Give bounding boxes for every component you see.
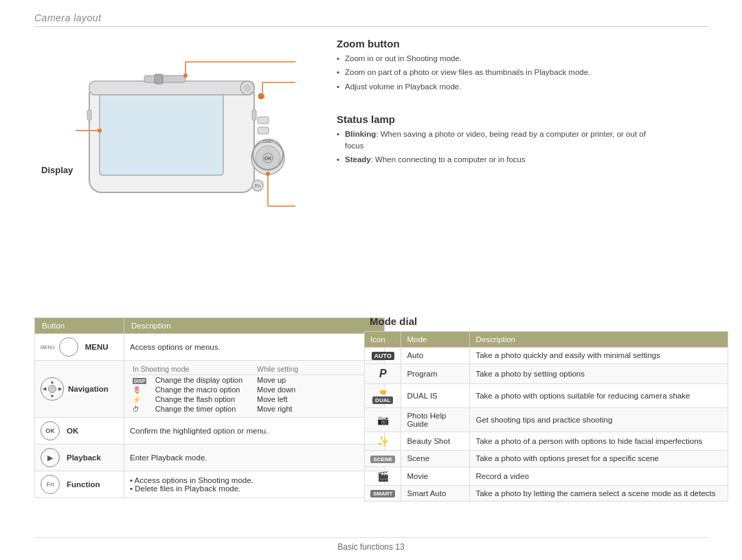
mode-table: Icon Mode Description AUTO Auto Take a p… <box>364 331 728 502</box>
photo-help-icon-cell: 📷 <box>365 408 401 432</box>
camera-illustration: Fn OK DISP <box>48 41 309 254</box>
playback-button-cell: ▶ Playback <box>35 445 124 471</box>
nav-in-shooting: In Shooting mode <box>130 364 254 375</box>
svg-text:DISP: DISP <box>263 139 273 144</box>
nav-flash-action: Change the flash option <box>153 394 254 404</box>
beauty-mode-name: Beauty Shot <box>401 432 470 451</box>
mode-dial-section: Mode dial Icon Mode Description AUTO Aut… <box>364 315 728 502</box>
playback-description: Enter Playback mode. <box>124 445 385 471</box>
fn-button-icon: Fn <box>41 475 60 494</box>
svg-rect-11 <box>258 127 269 134</box>
nav-macro-icon: 🌷 <box>130 385 153 394</box>
table-row: 🤝DUAL DUAL IS Take a photo with options … <box>365 383 728 407</box>
nav-button-label: Navigation <box>68 385 109 393</box>
svg-rect-3 <box>144 76 186 82</box>
zoom-item-2: Zoom on part of a photo or view files as… <box>337 67 666 78</box>
svg-rect-20 <box>87 110 91 120</box>
table-row: Fn Function • Access options in Shooting… <box>35 471 385 498</box>
nav-sub-row: ⚡ Change the flash option Move left <box>130 394 379 404</box>
auto-badge: AUTO <box>372 352 394 360</box>
auto-mode-name: Auto <box>401 347 470 363</box>
table-row: ▶ Playback Enter Playback mode. <box>35 445 385 471</box>
ok-description: Confirm the highlighted option or menu. <box>124 418 385 445</box>
nav-button-cell: ▲ ▼ ◀ ▶ Navigation <box>35 361 124 418</box>
ok-button-label: OK <box>67 427 78 435</box>
scene-mode-name: Scene <box>401 451 470 467</box>
nav-flash-icon: ⚡ <box>130 394 153 404</box>
movie-icon-cell: 🎬 <box>365 467 401 485</box>
table-row: MENU MENU Access options or menus. <box>35 334 385 361</box>
display-label: Display <box>41 165 73 175</box>
dual-mode-desc: Take a photo with options suitable for r… <box>470 383 728 407</box>
button-col-header: Button <box>35 318 124 334</box>
svg-point-32 <box>98 128 102 133</box>
status-item-blinking: Blinking: When saving a photo or video, … <box>337 128 666 153</box>
svg-point-30 <box>266 172 270 176</box>
nav-sub-row: ⏱ Change the timer option Move right <box>130 404 379 414</box>
menu-button-label: MENU <box>85 343 109 351</box>
scene-badge: SCENE <box>370 456 395 463</box>
nav-move-down: Move down <box>254 385 379 394</box>
nav-move-right: Move right <box>254 404 379 414</box>
svg-point-27 <box>260 94 265 98</box>
table-row: 🎬 Movie Record a video <box>365 467 728 485</box>
zoom-title: Zoom button <box>337 38 666 49</box>
status-annotation: Status lamp Blinking: When saving a phot… <box>323 113 666 166</box>
svg-point-6 <box>243 84 251 92</box>
svg-rect-10 <box>258 117 269 124</box>
smart-icon-cell: SMART <box>365 485 401 501</box>
beauty-mode-desc: Take a photo of a person with options to… <box>470 432 728 451</box>
auto-mode-desc: Take a photo quickly and easily with min… <box>470 347 728 363</box>
desc-col-header: Description <box>470 331 728 347</box>
ok-button-icon: OK <box>41 421 60 440</box>
mode-col-header: Mode <box>401 331 470 347</box>
table-row: ▲ ▼ ◀ ▶ Navigation In Shooting mode <box>35 361 385 418</box>
movie-mode-desc: Record a video <box>470 467 728 485</box>
page-title: Camera layout <box>34 12 102 23</box>
svg-rect-4 <box>155 74 163 84</box>
table-row: P Program Take a photo by setting option… <box>365 363 728 383</box>
page-footer: Basic functions 13 <box>34 537 708 552</box>
zoom-item-1: Zoom in or out in Shooting mode. <box>337 53 666 65</box>
dual-mode-name: DUAL IS <box>401 383 470 407</box>
zoom-annotation: Zoom button Zoom in or out in Shooting m… <box>323 38 666 93</box>
program-icon-cell: P <box>365 363 401 383</box>
nav-sub-table: In Shooting mode While setting DISP Chan… <box>130 364 379 414</box>
zoom-item-3: Adjust volume in Playback mode. <box>337 81 666 93</box>
photo-help-mode-desc: Get shooting tips and practice shooting <box>470 408 728 432</box>
main-content: Fn OK DISP <box>34 34 708 533</box>
nav-while-setting: While setting <box>254 364 379 375</box>
table-row: OK OK Confirm the highlighted option or … <box>35 418 385 445</box>
table-row: ✨ Beauty Shot Take a photo of a person w… <box>365 432 728 451</box>
beauty-icon-cell: ✨ <box>365 432 401 451</box>
menu-button-icon <box>59 337 78 357</box>
nav-move-left: Move left <box>254 394 379 404</box>
fn-description: • Access options in Shooting mode. • Del… <box>124 471 385 498</box>
fn-button-cell: Fn Function <box>35 471 124 498</box>
svg-point-24 <box>183 74 188 78</box>
page-header: Camera layout <box>34 12 708 27</box>
movie-mode-name: Movie <box>401 467 470 485</box>
svg-text:OK: OK <box>265 156 272 161</box>
program-mode-name: Program <box>401 363 470 383</box>
description-col-header: Description <box>124 318 385 334</box>
nav-display-action: Change the display option <box>153 375 254 385</box>
annotations-top: Zoom button Zoom in or out in Shooting m… <box>323 38 666 173</box>
smart-mode-name: Smart Auto <box>401 485 470 501</box>
scene-mode-desc: Take a photo with options preset for a s… <box>470 451 728 467</box>
nav-timer-icon: ⏱ <box>130 404 153 414</box>
nav-sub-row: DISP Change the display option Move up <box>130 375 379 385</box>
table-row: SMART Smart Auto Take a photo by letting… <box>365 485 728 501</box>
playback-button-label: Playback <box>67 453 101 462</box>
footer-text: Basic functions 13 <box>337 542 404 552</box>
svg-rect-1 <box>100 93 223 175</box>
status-title: Status lamp <box>337 113 666 125</box>
nav-disp-icon: DISP <box>130 375 153 385</box>
playback-button-icon: ▶ <box>41 448 60 467</box>
program-mode-desc: Take a photo by setting options <box>470 363 728 383</box>
dual-icon-cell: 🤝DUAL <box>365 383 401 407</box>
menu-button-cell: MENU MENU <box>35 334 124 361</box>
table-row: SCENE Scene Take a photo with options pr… <box>365 451 728 467</box>
dual-badge: DUAL <box>372 396 393 404</box>
icon-col-header: Icon <box>365 331 401 347</box>
